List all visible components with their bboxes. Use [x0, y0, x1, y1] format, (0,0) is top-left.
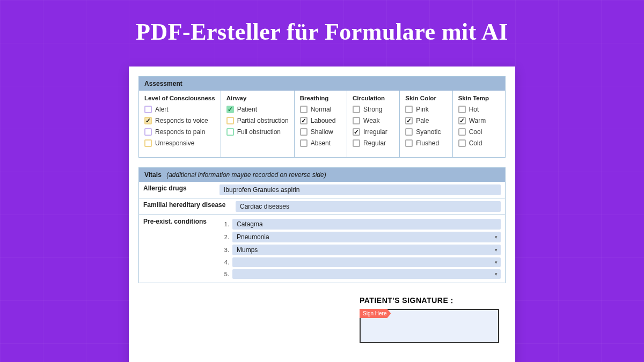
chevron-down-icon: ▾ — [495, 271, 497, 277]
checkbox-icon — [458, 106, 466, 113]
checkbox-icon — [300, 128, 308, 136]
checkbox-icon — [300, 139, 308, 147]
checkbox-label: Absent — [311, 139, 331, 147]
checkbox-icon — [144, 128, 152, 136]
checkbox-item[interactable]: Syanotic — [405, 128, 447, 136]
checkbox-label: Unresponsive — [155, 139, 194, 147]
checkbox-label: Shallow — [311, 128, 333, 136]
checkbox-icon: ✓ — [458, 117, 466, 124]
checkbox-label: Flushed — [416, 139, 439, 147]
checkbox-item[interactable]: Normal — [300, 106, 341, 113]
assessment-column: BreathingNormal✓LabouedShallowAbsent — [295, 91, 347, 157]
signature-title: PATIENT'S SIGNATURE： — [360, 296, 499, 306]
checkbox-icon — [458, 139, 466, 147]
allergic-drugs-label: Allergic drugs — [139, 182, 219, 198]
checkbox-icon — [300, 106, 308, 113]
checkbox-item[interactable]: Shallow — [300, 128, 341, 136]
checkbox-item[interactable]: ✓Laboued — [300, 117, 341, 124]
checkbox-icon — [458, 128, 466, 136]
checkbox-label: Responds to pain — [155, 128, 205, 136]
form-document: Assessment Level of ConsciousnessAlert✓R… — [129, 67, 515, 362]
checkbox-icon — [405, 128, 413, 136]
chevron-down-icon: ▾ — [495, 247, 497, 253]
checkbox-item[interactable]: Weak — [353, 117, 394, 124]
condition-number: 5. — [219, 271, 229, 277]
checkbox-item[interactable]: Responds to pain — [144, 128, 215, 136]
condition-dropdown[interactable]: ▾ — [232, 257, 501, 267]
checkbox-label: Warm — [469, 117, 486, 124]
vitals-header-note: (additional information maybe recorded o… — [166, 171, 326, 179]
sign-here-tag: Sign Here — [360, 309, 391, 318]
checkbox-label: Hot — [469, 106, 479, 113]
checkbox-item[interactable]: Alert — [144, 106, 215, 113]
assessment-column-title: Circulation — [353, 95, 394, 101]
checkbox-icon — [353, 139, 360, 147]
checkbox-item[interactable]: Partial obstruction — [226, 117, 289, 124]
preexist-list-field: 1.Catagma2.Pneumonia▾3.Mumps▾4.▾5.▾ — [219, 215, 505, 283]
checkbox-item[interactable]: Cold — [458, 139, 500, 147]
checkbox-label: Responds to voice — [155, 117, 208, 124]
condition-number: 2. — [219, 234, 229, 240]
condition-number: 1. — [219, 221, 229, 227]
assessment-column: Level of ConsciousnessAlert✓Responds to … — [139, 91, 221, 157]
checkbox-item[interactable]: ✓Responds to voice — [144, 117, 215, 124]
checkbox-item[interactable]: Pink — [405, 106, 447, 113]
checkbox-label: Cold — [469, 139, 482, 147]
chevron-down-icon: ▾ — [495, 234, 497, 240]
checkbox-icon: ✓ — [226, 106, 234, 113]
checkbox-label: Partial obstruction — [237, 117, 289, 124]
checkbox-item[interactable]: Flushed — [405, 139, 447, 147]
condition-dropdown[interactable]: Pneumonia▾ — [232, 232, 501, 242]
checkbox-label: Patient — [237, 106, 257, 113]
assessment-panel: Assessment Level of ConsciousnessAlert✓R… — [138, 76, 506, 158]
checkbox-label: Regular — [363, 139, 386, 147]
checkbox-label: Strong — [363, 106, 382, 113]
condition-number: 3. — [219, 247, 229, 253]
checkbox-icon: ✓ — [300, 117, 308, 124]
assessment-column-title: Level of Consciousness — [144, 95, 215, 101]
checkbox-item[interactable]: Regular — [353, 139, 394, 147]
vitals-header-title: Vitals — [144, 171, 162, 179]
checkbox-label: Irregular — [363, 128, 387, 136]
checkbox-label: Weak — [363, 117, 379, 124]
condition-dropdown[interactable]: Mumps▾ — [232, 245, 501, 255]
checkbox-item[interactable]: Strong — [353, 106, 394, 113]
checkbox-label: Syanotic — [416, 128, 441, 136]
assessment-column: Skin TempHot✓WarmCoolCold — [453, 91, 505, 157]
condition-dropdown[interactable]: Catagma — [232, 219, 501, 230]
checkbox-item[interactable]: ✓Pale — [405, 117, 447, 124]
checkbox-item[interactable]: ✓Warm — [458, 117, 500, 124]
vitals-row-allergic: Allergic drugs Ibuprofen Granules aspiri… — [139, 182, 505, 198]
checkbox-item[interactable]: Absent — [300, 139, 341, 147]
allergic-drugs-value: Ibuprofen Granules aspirin — [219, 184, 501, 195]
condition-row: 1.Catagma — [219, 218, 502, 230]
familial-disease-field[interactable]: Cardiac diseases — [236, 198, 505, 215]
checkbox-icon — [405, 106, 413, 113]
assessment-column-title: Breathing — [300, 95, 341, 101]
checkbox-icon — [144, 106, 152, 113]
checkbox-item[interactable]: Full obstruction — [226, 128, 289, 136]
checkbox-icon — [405, 139, 413, 147]
checkbox-icon — [353, 117, 360, 124]
vitals-header: Vitals (additional information maybe rec… — [139, 168, 505, 182]
checkbox-item[interactable]: Unresponsive — [144, 139, 215, 147]
condition-dropdown[interactable]: ▾ — [232, 269, 501, 279]
checkbox-label: Full obstruction — [237, 128, 281, 136]
preexist-label: Pre-exist. conditions — [139, 215, 219, 283]
assessment-column-title: Airway — [226, 95, 289, 101]
condition-row: 3.Mumps▾ — [219, 244, 502, 256]
checkbox-item[interactable]: ✓Patient — [226, 106, 289, 113]
assessment-column: Skin ColorPink✓PaleSyanoticFlushed — [400, 91, 452, 157]
checkbox-icon: ✓ — [353, 128, 360, 136]
checkbox-item[interactable]: Hot — [458, 106, 500, 113]
allergic-drugs-field[interactable]: Ibuprofen Granules aspirin — [219, 182, 505, 198]
assessment-column-title: Skin Temp — [458, 95, 500, 101]
familial-disease-value: Cardiac diseases — [236, 201, 501, 212]
signature-field[interactable]: Sign Here — [360, 309, 499, 343]
checkbox-item[interactable]: Cool — [458, 128, 500, 136]
checkbox-icon — [226, 128, 234, 136]
condition-row: 4.▾ — [219, 257, 502, 268]
checkbox-item[interactable]: ✓Irregular — [353, 128, 394, 136]
familial-disease-label: Familial hereditary disease — [139, 198, 236, 215]
checkbox-label: Cool — [469, 128, 482, 136]
